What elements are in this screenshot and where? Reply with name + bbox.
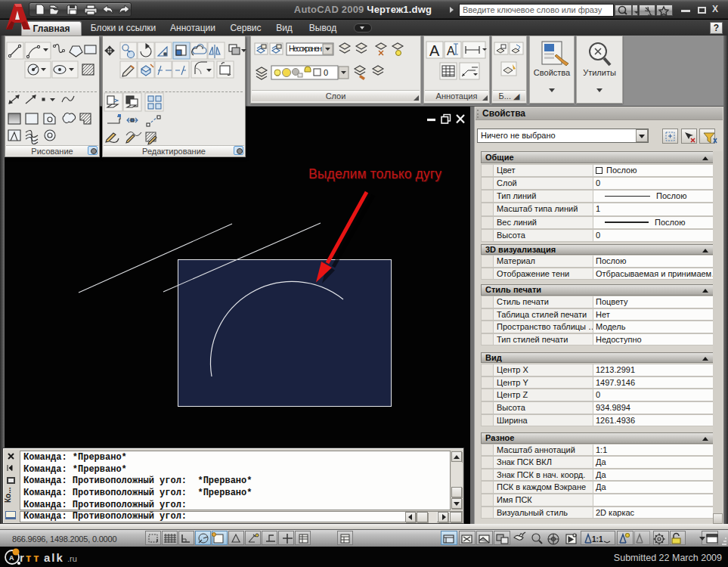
svg-text:A: A <box>9 554 14 562</box>
svg-text:A: A <box>429 42 440 59</box>
svg-text:Выделим только дугу: Выделим только дугу <box>308 166 441 181</box>
svg-text:alk: alk <box>44 551 64 564</box>
svg-text:0: 0 <box>324 68 328 77</box>
svg-text:r: r <box>20 551 24 564</box>
svg-text:тт: тт <box>26 551 42 564</box>
svg-text:Ко...: Ко... <box>4 487 12 503</box>
svg-text:Несохранен: Несохранен <box>289 44 322 53</box>
svg-text:.ru: .ru <box>67 554 77 563</box>
svg-text:A: A <box>447 45 455 57</box>
svg-text:1:1: 1:1 <box>592 535 603 544</box>
